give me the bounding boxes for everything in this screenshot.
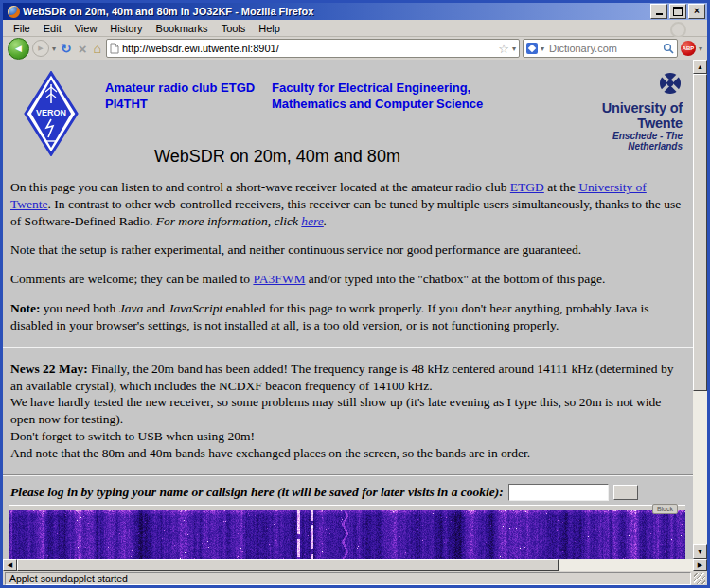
news-line-4: And note that the 80m and 40m bands have… [10,445,685,462]
java-text-1: you need both [40,301,118,315]
comments-text-1: Comments are welcome; they can be mailed… [10,272,253,286]
news-line-3: Don't forget to switch to USB when using… [10,428,685,445]
login-label: Please log in by typing your name or cal… [10,485,504,500]
club-name: Amateur radio club ETGD PI4THT [105,80,255,113]
maximize-icon [673,7,683,16]
menu-history[interactable]: History [103,21,149,36]
browser-window: WebSDR on 20m, 40m and 80m in JO32KF - M… [0,0,710,588]
login-row: Please log in by typing your name or cal… [10,484,685,501]
intro-italic: For more information, click [156,214,302,228]
news-label: News 22 May: [10,362,88,376]
veron-label: VERON [36,108,66,117]
close-icon: × [694,7,700,16]
horizontal-scroll-thumb[interactable] [17,559,559,571]
adblock-icon[interactable]: ABP [681,41,696,56]
throbber-icon [670,22,686,38]
pa3fwm-link[interactable]: PA3FWM [253,272,305,286]
history-dropdown[interactable]: ▾ [52,45,56,53]
dictionary-glyph [528,45,536,52]
back-icon: ◀ [15,44,22,53]
horizontal-scrollbar[interactable]: ◀ ▶ [3,559,707,571]
search-engine-icon[interactable] [526,43,538,54]
comments-paragraph: Comments are welcome; they can be mailed… [10,271,685,288]
location-bar[interactable]: ☆ ▾ [106,39,520,58]
intro-paragraph: On this page you can listen to and contr… [10,179,685,229]
search-input[interactable] [547,42,660,55]
forward-button[interactable]: ▶ [32,40,49,57]
scroll-right-button[interactable]: ▶ [693,559,707,571]
ut-logo: University of Twente Enschede - The Neth… [558,71,683,151]
more-info-link[interactable]: here [301,214,324,228]
faculty-name: Faculty for Electrical Engineering, Math… [272,80,491,113]
back-button[interactable]: ◀ [8,38,29,60]
menu-file[interactable]: File [7,21,37,36]
forward-icon: ▶ [38,45,43,52]
veron-logo: VERON [24,71,79,156]
search-engine-dropdown[interactable]: ▾ [541,45,544,53]
menu-help[interactable]: Help [252,21,287,36]
reload-button[interactable]: ↻ [59,41,74,56]
ut-subtitle: Enschede - The Netherlands [558,131,683,151]
page-icon [110,43,119,54]
divider [3,474,693,476]
menu-tools[interactable]: Tools [215,21,253,36]
news-paragraph: News 22 May: Finally, the 20m band has b… [10,361,685,462]
menu-bar: File Edit View History Bookmarks Tools H… [3,20,707,37]
stop-button[interactable]: × [77,41,89,57]
block-button-top[interactable]: Block [652,504,678,514]
page-title: WebSDR on 20m, 40m and 80m [3,147,552,167]
scroll-up-button[interactable]: ▲ [693,60,707,74]
vertical-scrollbar[interactable]: ▲ ▼ [693,60,707,559]
comments-text-2: and/or typed into the "chatbox" at the b… [305,272,605,286]
page-content: VERON Amateur radio club ETGD PI4THT Fac… [3,60,693,559]
club-line1: Amateur radio club ETGD [105,80,255,97]
url-input[interactable] [122,43,495,54]
vertical-scroll-thumb[interactable] [693,74,707,391]
status-bar: Applet soundapplet started [3,571,707,585]
close-button[interactable]: × [688,4,705,19]
intro-text-1: On this page you can listen to and contr… [10,180,510,194]
search-icon[interactable] [663,43,674,54]
menu-view[interactable]: View [68,21,104,36]
login-submit-button[interactable] [613,485,638,500]
javascript-italic: JavaScript [168,301,222,315]
navigation-toolbar: ◀ ▶ ▾ ↻ × ⌂ ☆ ▾ ▾ ABP ▾ [3,37,707,61]
ut-name: University of Twente [558,100,683,131]
minimize-icon [656,6,663,15]
adblock-dropdown[interactable]: ▾ [699,45,702,53]
minimize-button[interactable] [650,4,667,19]
club-line2: PI4THT [105,97,255,113]
ut-logo-icon [658,71,683,96]
websdr-applet: Block 3580 3590 3600 3610 3620 Block [9,505,685,559]
url-dropdown[interactable]: ▾ [512,45,516,53]
java-italic: Java [119,301,143,315]
java-note: Note: you need both Java and JavaScript … [10,300,685,334]
search-bar[interactable]: ▾ [523,39,678,58]
etgd-link[interactable]: ETGD [510,180,544,194]
bookmark-star-icon[interactable]: ☆ [498,43,509,55]
title-bar[interactable]: WebSDR on 20m, 40m and 80m in JO32KF - M… [3,3,707,20]
firefox-icon [8,6,20,18]
page-header: VERON Amateur radio club ETGD PI4THT Fac… [3,60,693,147]
resize-grip[interactable] [694,573,705,584]
experimental-note: Note that the setup is rather experiment… [10,241,685,258]
scroll-down-button[interactable]: ▼ [693,544,707,559]
maximize-button[interactable] [669,4,686,19]
status-text: Applet soundapplet started [5,572,691,585]
scroll-left-button[interactable]: ◀ [3,559,17,571]
news-line-1: News 22 May: Finally, the 20m band has b… [10,361,685,395]
intro-end: . [324,214,327,228]
intro-text-2: at the [544,180,578,194]
home-button[interactable]: ⌂ [92,41,103,56]
note-label: Note: [10,301,40,315]
divider [3,347,693,348]
news-line-2: We have hardly tested the new receiver, … [10,394,685,428]
menu-bookmarks[interactable]: Bookmarks [150,21,215,36]
news-text-1: Finally, the 20m band has been added! Th… [10,362,673,393]
window-title: WebSDR on 20m, 40m and 80m in JO32KF - M… [23,6,648,17]
waterfall-80m-canvas[interactable] [9,510,685,559]
menu-edit[interactable]: Edit [37,21,68,36]
java-text-2: and [143,301,168,315]
callsign-input[interactable] [508,484,609,501]
intro-text-3: . In contrast to other web-controlled re… [10,197,681,228]
